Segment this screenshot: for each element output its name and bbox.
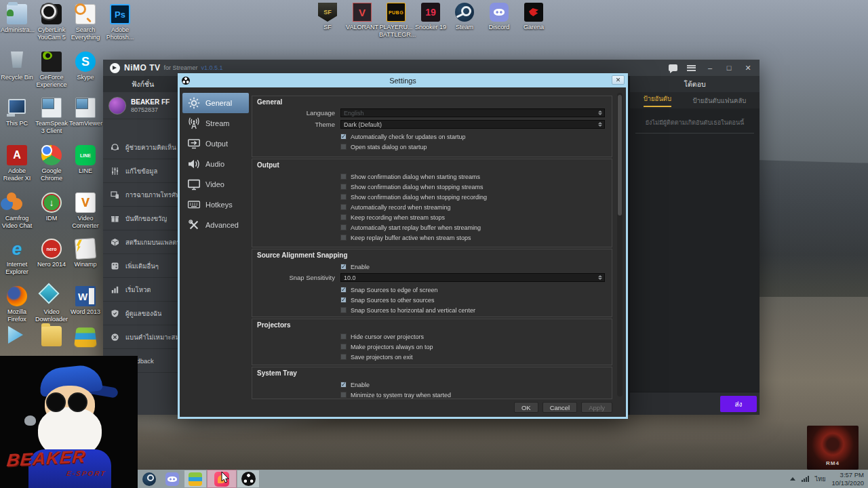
checkbox[interactable]	[340, 174, 347, 180]
scrollbar-handle[interactable]	[618, 95, 622, 216]
desktop-icon-youcam[interactable]: CyberLink YouCam 5	[35, 4, 68, 41]
language-select[interactable]: English	[340, 108, 605, 117]
desktop-icon-skype[interactable]: Skype	[69, 52, 102, 81]
checkbox[interactable]	[340, 235, 347, 241]
taskbar-nimo[interactable]	[207, 470, 237, 488]
checkbox[interactable]	[340, 144, 347, 150]
checkbox[interactable]	[340, 287, 347, 293]
settings-tab-audio[interactable]: Audio	[182, 154, 249, 174]
desktop-icon-idm[interactable]: IDM	[35, 192, 68, 222]
maximize-button[interactable]: □	[724, 64, 734, 72]
desktop-icon-video-converter[interactable]: Video Converter	[69, 192, 102, 229]
nimo-menu-ban-words[interactable]: แบนคำไม่เหมาะสม	[103, 325, 182, 349]
nimo-menu-gift-record[interactable]: บันทึกของขวัญ	[103, 207, 182, 230]
desktop-icon-search-everything[interactable]: Search Everything	[69, 4, 102, 41]
check-snap-sources: Snap Sources to other sources	[340, 295, 605, 305]
close-button[interactable]: ✕	[743, 64, 753, 73]
desktop-icon-valorant[interactable]: VVALORANT	[345, 3, 379, 31]
checkbox[interactable]	[340, 354, 347, 360]
desktop-icon-sf[interactable]: SFSF	[311, 3, 344, 31]
checkbox[interactable]	[340, 264, 347, 270]
desktop-icon-pubg[interactable]: PUBGPLAYERU... BATTLEGR...	[379, 3, 413, 38]
desktop-icon-steam[interactable]: Steam	[448, 3, 481, 31]
nimo-menu-start-vote[interactable]: เริ่มโหวต	[103, 278, 182, 302]
settings-close-button[interactable]: ✕	[612, 75, 625, 85]
desktop-icon-snooker19[interactable]: 19Snooker 19	[414, 3, 448, 31]
desktop-icon-line[interactable]: LINE	[69, 145, 102, 175]
checkbox[interactable]	[340, 214, 347, 220]
theme-label: Theme	[255, 121, 335, 128]
settings-titlebar[interactable]: Settings ✕	[178, 73, 628, 87]
desktop-icon-discord[interactable]: Discord	[482, 3, 516, 31]
chat-bubble-icon[interactable]	[669, 64, 677, 71]
checkbox[interactable]	[340, 134, 347, 140]
nimo-menu-phone-cast[interactable]: การฉายภาพโทรศัพท์	[103, 183, 182, 207]
network-signal-icon[interactable]	[802, 476, 809, 482]
desktop-icon-teamviewer[interactable]: TeamViewer	[69, 98, 102, 127]
desktop-icon-bluestacks[interactable]	[69, 326, 102, 348]
settings-tab-general[interactable]: General	[182, 93, 249, 113]
checkbox[interactable]	[340, 204, 347, 210]
tab-fan-rank-board[interactable]: ป้ายอันดับแฟนคลับ	[692, 96, 746, 106]
desktop-icon-nero[interactable]: Nero 2014	[35, 239, 68, 268]
checkbox[interactable]	[340, 344, 347, 350]
desktop-icon-geforce[interactable]: GeForce Experience	[35, 52, 68, 88]
desktop-icon-administrator[interactable]: Administra...	[1, 4, 33, 34]
send-button[interactable]: ส่ง	[720, 396, 757, 412]
checkbox[interactable]	[340, 307, 347, 313]
desktop-icon-chrome[interactable]: Google Chrome	[35, 145, 68, 182]
settings-tab-video[interactable]: Video	[182, 174, 249, 195]
desktop-icon-recycle-bin[interactable]: Recycle Bin	[1, 52, 33, 81]
nimo-menu-platform-stream[interactable]: สตรีมเกมบนแพลตฟอร์ม	[103, 230, 182, 254]
settings-tab-advanced[interactable]: Advanced	[182, 215, 249, 235]
menu-icon[interactable]	[687, 65, 696, 71]
theme-select[interactable]: Dark (Default)	[340, 120, 605, 129]
taskbar-obs[interactable]	[237, 470, 260, 488]
taskbar-steam[interactable]	[138, 470, 161, 488]
checkbox[interactable]	[340, 333, 347, 340]
nimo-menu-edit-info[interactable]: แก้ไขข้อมูล	[103, 159, 182, 183]
desktop-icon-folder[interactable]	[35, 326, 68, 348]
nimo-menu-more-extras[interactable]: เพิ่มเติมอื่นๆ	[103, 254, 182, 278]
desktop-icon-camfrog[interactable]: Camfrog Video Chat	[1, 192, 33, 229]
ok-button[interactable]: OK	[514, 402, 538, 413]
checkbox[interactable]	[340, 224, 347, 230]
taskbar-clock[interactable]: 3:57 PM 10/13/2020	[831, 471, 864, 487]
checkbox[interactable]	[340, 382, 347, 388]
check-confirm-stop-stream: Show confirmation dialog when stopping s…	[340, 182, 605, 192]
tray-show-hidden-icons[interactable]	[790, 477, 795, 481]
desktop-icon-firefox[interactable]: Mozilla Firefox	[1, 286, 33, 323]
checkbox[interactable]	[340, 194, 347, 200]
taskbar-bluestacks[interactable]	[184, 470, 207, 488]
skype-icon	[75, 52, 96, 72]
desktop-icon-garena[interactable]: Garena	[517, 3, 551, 31]
checkbox[interactable]	[340, 184, 347, 190]
checkbox[interactable]	[340, 297, 347, 303]
cancel-button[interactable]: Cancel	[542, 402, 578, 413]
tab-rank-board[interactable]: ป้ายอันดับ	[644, 94, 671, 107]
apply-button[interactable]: Apply	[581, 402, 612, 413]
desktop-icon-internet-explorer[interactable]: Internet Explorer	[1, 239, 33, 275]
settings-tab-hotkeys[interactable]: Hotkeys	[182, 195, 249, 215]
snap-sensitivity-spinner[interactable]: 10.0	[340, 273, 605, 282]
desktop-icon-this-pc[interactable]: This PC	[1, 98, 33, 127]
checkbox[interactable]	[340, 392, 347, 398]
taskbar-discord[interactable]	[161, 470, 184, 488]
desktop-icon-video-downloader[interactable]: Video Downloader	[35, 286, 68, 323]
desktop-icon-teamspeak[interactable]: TeamSpeak 3 Client	[35, 98, 68, 134]
settings-scrollbar[interactable]	[617, 93, 623, 396]
minimize-button[interactable]: –	[705, 64, 715, 72]
desktop-icon-adobe-reader[interactable]: Adobe Reader XI	[1, 145, 33, 182]
nimo-menu-comment-assistant[interactable]: ผู้ช่วยความคิดเห็น	[103, 136, 182, 159]
nimo-menu-my-moderators[interactable]: ผู้ดูแลของฉัน	[103, 302, 182, 325]
desktop-icon-photoshop[interactable]: Adobe Photosh...	[104, 4, 136, 41]
desktop-icon-word[interactable]: Word 2013	[69, 286, 102, 316]
tray-language-indicator[interactable]: ไทย	[815, 474, 826, 484]
nimo-function-tab[interactable]: ฟังก์ชั่น	[103, 76, 182, 92]
settings-tab-stream[interactable]: Stream	[182, 113, 249, 134]
desktop-icon-media-player[interactable]	[1, 326, 33, 348]
nimo-user-card[interactable]: BEAKER FF 80752837	[103, 92, 182, 119]
settings-tab-output[interactable]: Output	[182, 134, 249, 154]
spinner-arrows-icon[interactable]	[598, 274, 602, 281]
desktop-icon-winamp[interactable]: Winamp	[69, 239, 102, 268]
